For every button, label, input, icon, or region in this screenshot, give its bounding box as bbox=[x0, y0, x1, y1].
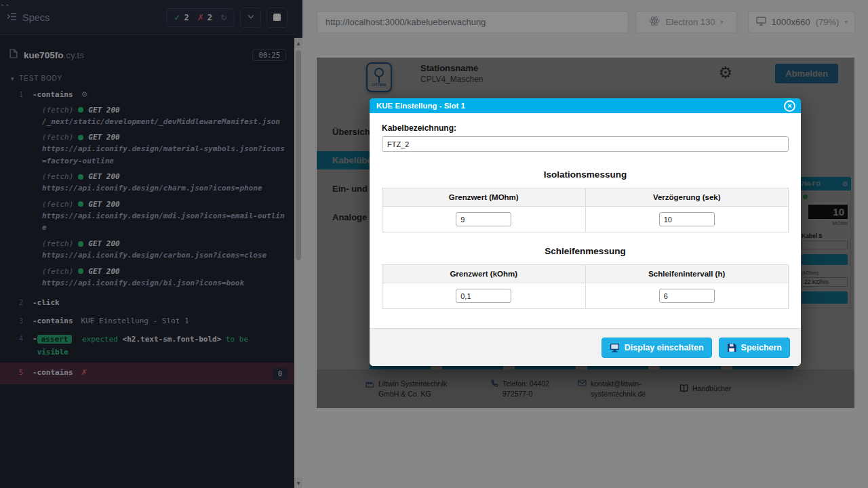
loop-grenzwert-header: Grenzwert (kOhm) bbox=[382, 265, 586, 283]
table-row bbox=[382, 207, 789, 232]
iso-grenzwert-header: Grenzwert (MOhm) bbox=[382, 188, 586, 207]
loop-intervall-input[interactable] bbox=[659, 289, 715, 303]
table-row bbox=[382, 283, 789, 309]
display-on-button[interactable]: Display einschalten bbox=[601, 338, 712, 358]
app-under-test: LITTWIN Stationsname CPLV4_Maschen ⚙ Abm… bbox=[317, 58, 854, 408]
kue-settings-modal: KUE Einstellung - Slot 1 × Kabelbezeichn… bbox=[370, 98, 801, 366]
modal-title: KUE Einstellung - Slot 1 bbox=[376, 102, 465, 110]
iso-verzoegerung-input[interactable] bbox=[659, 212, 715, 226]
modal-header: KUE Einstellung - Slot 1 × bbox=[370, 98, 801, 113]
modal-footer: Display einschalten Speichern bbox=[370, 328, 801, 366]
loop-intervall-header: Schleifenintervall (h) bbox=[585, 265, 789, 283]
display-icon bbox=[610, 343, 620, 352]
cypress-reporter: Specs ✓ 2 ✗ 2 ↻ -- bbox=[0, 0, 294, 488]
loop-grenzwert-input[interactable] bbox=[456, 289, 511, 303]
stat-pending: ↻ -- bbox=[220, 13, 227, 22]
isolation-section-title: Isolationsmessung bbox=[382, 169, 789, 180]
iso-grenzwert-input[interactable] bbox=[456, 212, 511, 226]
modal-body: Kabelbezeichnung: Isolationsmessung Gren… bbox=[370, 113, 801, 309]
iso-verzoegerung-header: Verzögerung (sek) bbox=[585, 188, 789, 207]
kabel-name-input[interactable] bbox=[382, 136, 789, 152]
isolation-table: Grenzwert (MOhm) Verzögerung (sek) bbox=[382, 188, 789, 232]
floppy-icon bbox=[727, 343, 736, 352]
reporter-header: Specs ✓ 2 ✗ 2 ↻ -- bbox=[0, 0, 294, 35]
close-icon[interactable]: × bbox=[784, 100, 795, 112]
loop-section-title: Schleifenmessung bbox=[382, 246, 789, 256]
loop-table: Grenzwert (kOhm) Schleifenintervall (h) bbox=[382, 264, 789, 309]
save-button[interactable]: Speichern bbox=[719, 338, 790, 358]
kabel-label: Kabelbezeichnung: bbox=[382, 123, 789, 133]
test-stats: ✓ 2 ✗ 2 ↻ -- bbox=[166, 8, 235, 27]
